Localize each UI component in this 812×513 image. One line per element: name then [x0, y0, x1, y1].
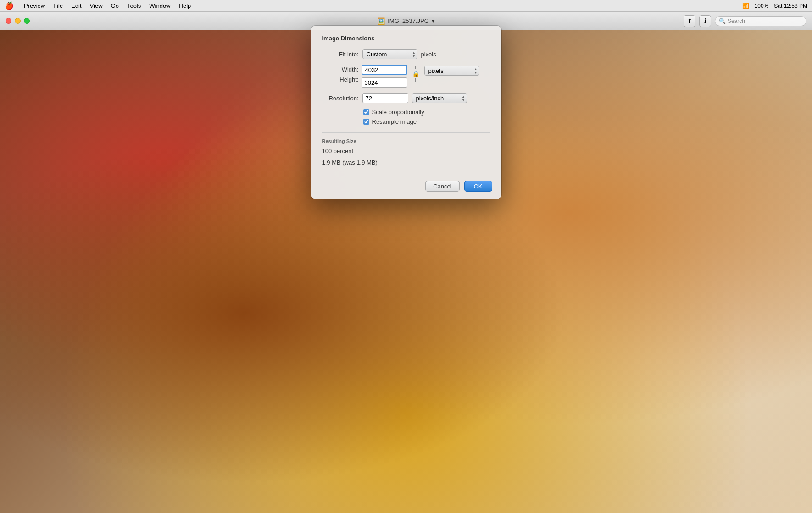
- apple-menu[interactable]: 🍎: [5, 1, 14, 10]
- menu-preview[interactable]: Preview: [24, 2, 45, 9]
- dimension-inputs: 4032 3024: [362, 65, 407, 88]
- chain-top: [415, 66, 416, 69]
- resulting-size-percent: 100 percent: [322, 148, 490, 154]
- menubar: 🍎 Preview File Edit View Go Tools Window…: [0, 0, 812, 12]
- chain-bottom: [415, 78, 416, 82]
- fit-into-dropdown-wrapper: Custom Actual Size Letter (72 ppi) A4 (7…: [362, 49, 417, 59]
- menubar-right: 📶 100% Sat 12:58 PM: [742, 3, 807, 9]
- height-input[interactable]: 3024: [362, 77, 407, 88]
- menu-edit[interactable]: Edit: [71, 2, 81, 9]
- width-input[interactable]: 4032: [362, 65, 407, 75]
- menu-go[interactable]: Go: [111, 2, 119, 9]
- lock-chain: 🔒: [412, 65, 420, 82]
- resulting-size-section: Resulting Size 100 percent 1.9 MB (was 1…: [322, 132, 490, 166]
- scale-proportionally-label: Scale proportionally: [372, 109, 424, 116]
- resolution-input[interactable]: 72: [362, 93, 408, 103]
- dialog-body: Image Dimensions Fit into: Custom Actual…: [311, 26, 501, 175]
- menu-window[interactable]: Window: [149, 2, 170, 9]
- resample-image-row: Resample image: [322, 118, 490, 125]
- wifi-icon: 📶: [742, 3, 749, 9]
- dialog-footer: Cancel OK: [311, 175, 501, 199]
- resolution-unit-wrapper: pixels/inch pixels/cm: [412, 93, 467, 103]
- dialog-title: Image Dimensions: [322, 35, 490, 42]
- pixels-unit-label: pixels: [421, 51, 436, 58]
- cancel-button[interactable]: Cancel: [425, 181, 459, 192]
- resample-image-label: Resample image: [372, 118, 417, 125]
- lock-icon: 🔒: [412, 70, 420, 77]
- ok-button[interactable]: OK: [464, 181, 492, 192]
- resolution-label: Resolution:: [322, 95, 359, 102]
- dimensions-row: Width: Height: 4032 3024 🔒: [322, 65, 490, 88]
- resulting-size-mb: 1.9 MB (was 1.9 MB): [322, 159, 490, 166]
- dimension-labels: Width: Height:: [322, 65, 359, 83]
- resolution-unit-dropdown[interactable]: pixels/inch pixels/cm: [412, 93, 467, 103]
- resample-image-checkbox[interactable]: [363, 119, 369, 125]
- scale-proportionally-checkbox[interactable]: [363, 109, 369, 115]
- clock: Sat 12:58 PM: [774, 3, 807, 9]
- resolution-row: Resolution: 72 pixels/inch pixels/cm: [322, 93, 490, 103]
- fit-into-row: Fit into: Custom Actual Size Letter (72 …: [322, 49, 490, 59]
- dialog-overlay: Image Dimensions Fit into: Custom Actual…: [0, 12, 812, 513]
- width-label: Width:: [322, 66, 359, 73]
- menu-tools[interactable]: Tools: [127, 2, 141, 9]
- scale-proportionally-row: Scale proportionally: [322, 109, 490, 116]
- height-label: Height:: [322, 76, 359, 83]
- unit-dropdown-wrapper: pixels percent cm mm inches: [424, 65, 479, 76]
- app-window: 🖼️ IMG_2537.JPG ▾ ⬆ ℹ 🔍 Search ⊞ ▾ 🔍- 🔍+…: [0, 12, 812, 513]
- menu-file[interactable]: File: [53, 2, 63, 9]
- fit-into-label: Fit into:: [322, 51, 359, 58]
- menu-view[interactable]: View: [90, 2, 103, 9]
- image-dimensions-dialog: Image Dimensions Fit into: Custom Actual…: [311, 26, 501, 199]
- menu-help[interactable]: Help: [179, 2, 191, 9]
- resulting-size-title: Resulting Size: [322, 138, 490, 144]
- fit-into-dropdown[interactable]: Custom Actual Size Letter (72 ppi) A4 (7…: [362, 49, 417, 59]
- unit-dropdown[interactable]: pixels percent cm mm inches: [424, 66, 479, 76]
- battery-status: 100%: [755, 3, 769, 9]
